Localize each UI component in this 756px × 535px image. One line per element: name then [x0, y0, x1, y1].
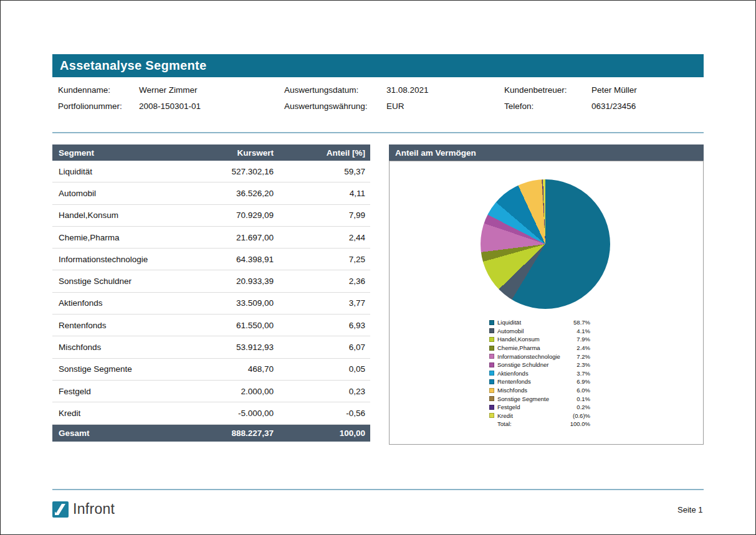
table-row: Kredit-5.000,00-0,56	[52, 402, 370, 424]
table-row: Sonstige Segmente468,700,05	[52, 359, 370, 381]
anteil-cell: 6,93	[274, 321, 370, 330]
legend-item: Chemie,Pharma2.4%	[489, 344, 590, 353]
anteil-cell: 7,25	[274, 255, 370, 264]
table-body: Liquidität527.302,1659,37Automobil36.526…	[52, 161, 370, 425]
pie-chart	[481, 179, 610, 309]
segment-cell: Handel,Konsum	[52, 211, 205, 220]
segment-cell: Aktienfonds	[52, 298, 205, 308]
auswertungswaehrung-value: EUR	[386, 102, 404, 111]
legend-swatch	[489, 379, 494, 384]
anteil-cell: 0,23	[274, 387, 370, 396]
legend-label: Liquidität	[497, 319, 573, 326]
legend-label: Aktienfonds	[497, 370, 577, 377]
legend-label: Mischfonds	[497, 387, 577, 394]
top-divider	[52, 132, 704, 133]
anteil-cell: 0,05	[274, 364, 370, 374]
infront-logo: Infront	[52, 501, 115, 518]
telefon-label: Telefon:	[504, 102, 534, 111]
segment-table: Segment Kurswert Anteil [%] Liquidität52…	[52, 144, 370, 442]
kurswert-cell: 2.000,00	[205, 387, 274, 396]
footer-segment: Gesamt	[52, 428, 205, 438]
legend-label: Sonstige Segmente	[497, 395, 577, 402]
kurswert-cell: 53.912,93	[205, 343, 274, 352]
legend-percent: 2.4%	[577, 344, 590, 351]
auswertungsdatum-label: Auswertungsdatum:	[284, 85, 358, 95]
table-row: Festgeld2.000,000,23	[52, 381, 370, 402]
auswertungsdatum-value: 31.08.2021	[386, 85, 429, 95]
chart-box: Liquidität58.7%Automobil4.1%Handel,Konsu…	[389, 161, 704, 445]
table-row: Aktienfonds33.509,003,77	[52, 293, 370, 315]
kundenname-value: Werner Zimmer	[139, 85, 198, 95]
table-row: Mischfonds53.912,936,07	[52, 336, 370, 358]
anteil-cell: 2,36	[274, 277, 370, 286]
legend-label: Automobil	[497, 328, 577, 334]
segment-cell: Chemie,Pharma	[52, 233, 205, 242]
legend-percent: 0.2%	[577, 404, 590, 410]
table-row: Chemie,Pharma21.697,002,44	[52, 227, 370, 249]
footer-anteil: 100,00	[274, 428, 370, 438]
legend-swatch	[489, 388, 494, 393]
segment-cell: Rentenfonds	[52, 321, 205, 330]
anteil-cell: 3,77	[274, 298, 370, 308]
header-kurswert: Kurswert	[205, 148, 274, 158]
legend-item: Kredit(0.6)%	[489, 412, 590, 420]
legend-item: Liquidität58.7%	[489, 318, 590, 327]
kurswert-cell: 36.526,20	[205, 189, 274, 198]
kundenbetreuer-label: Kundenbetreuer:	[504, 85, 567, 95]
chart-panel-title: Anteil am Vermögen	[395, 148, 476, 158]
legend-item: Informationstechnologie7.2%	[489, 352, 590, 361]
table-row: Automobil36.526,204,11	[52, 182, 370, 204]
kurswert-cell: -5.000,00	[205, 409, 274, 418]
footer-divider	[52, 489, 704, 490]
legend-swatch	[489, 354, 494, 359]
legend-percent: 4.1%	[577, 328, 590, 334]
kurswert-cell: 70.929,09	[205, 211, 274, 220]
logo-text: Infront	[73, 501, 115, 518]
header-segment: Segment	[52, 148, 205, 158]
kurswert-cell: 21.697,00	[205, 233, 274, 242]
legend-item: Sonstige Schuldner2.3%	[489, 361, 590, 369]
legend-label: Informationstechnologie	[497, 353, 577, 360]
legend-label: Sonstige Schuldner	[497, 361, 577, 368]
kundenname-label: Kundenname:	[58, 85, 110, 95]
legend-percent: 3.7%	[577, 370, 590, 377]
kurswert-cell: 64.398,91	[205, 255, 274, 264]
table-row: Liquidität527.302,1659,37	[52, 161, 370, 182]
legend-swatch	[489, 405, 494, 410]
legend-label: Kredit	[497, 412, 573, 419]
legend-swatch	[489, 396, 494, 401]
legend-percent: 7.9%	[577, 336, 590, 343]
legend-item: Handel,Konsum7.9%	[489, 335, 590, 344]
legend-swatch	[489, 346, 494, 351]
anteil-cell: 6,07	[274, 343, 370, 352]
table-row: Informationstechnologie64.398,917,25	[52, 249, 370, 270]
kurswert-cell: 61.550,00	[205, 321, 274, 330]
legend-percent: 0.1%	[577, 395, 590, 402]
kurswert-cell: 20.933,39	[205, 277, 274, 286]
legend-swatch	[489, 328, 494, 333]
legend-percent: 6.9%	[577, 378, 590, 385]
segment-cell: Kredit	[52, 409, 205, 418]
segment-cell: Sonstige Segmente	[52, 364, 205, 374]
legend-item: Rentenfonds6.9%	[489, 377, 590, 386]
table-header-row: Segment Kurswert Anteil [%]	[52, 144, 370, 161]
legend-swatch	[489, 413, 494, 418]
kurswert-cell: 468,70	[205, 364, 274, 374]
kurswert-cell: 33.509,00	[205, 298, 274, 308]
report-title-bar: Assetanalyse Segmente	[52, 54, 704, 77]
legend-percent: 58.7%	[573, 319, 590, 326]
anteil-cell: 7,99	[274, 211, 370, 220]
legend-item: Mischfonds6.0%	[489, 386, 590, 395]
footer-kurswert: 888.227,37	[205, 428, 274, 438]
legend-item: Total:100.0%	[489, 420, 590, 428]
legend-label: Handel,Konsum	[497, 336, 577, 343]
chart-legend: Liquidität58.7%Automobil4.1%Handel,Konsu…	[489, 318, 590, 428]
table-row: Handel,Konsum70.929,097,99	[52, 205, 370, 227]
telefon-value: 0631/23456	[591, 102, 636, 111]
legend-swatch	[489, 371, 494, 376]
anteil-cell: 2,44	[274, 233, 370, 242]
portfolionummer-value: 2008-150301-01	[139, 102, 201, 111]
legend-swatch	[489, 362, 494, 367]
anteil-cell: -0,56	[274, 409, 370, 418]
segment-cell: Mischfonds	[52, 343, 205, 352]
